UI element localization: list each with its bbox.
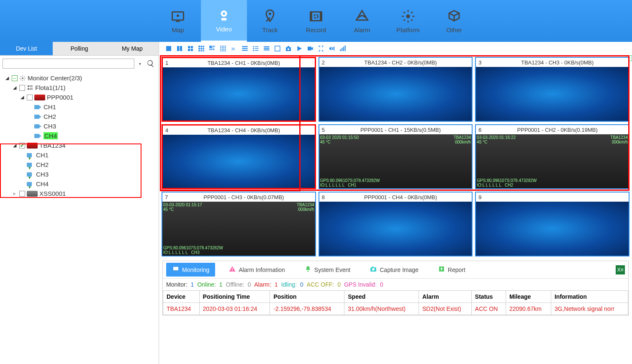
search-dropdown-icon[interactable]: ▾: [136, 62, 144, 66]
expander-icon[interactable]: ▹: [12, 191, 18, 197]
toolbar-audio-icon[interactable]: [328, 45, 336, 54]
bottom-tab-monitoring[interactable]: Monitoring: [166, 263, 215, 277]
checkbox[interactable]: [19, 191, 25, 197]
search-button[interactable]: [145, 58, 156, 69]
camera-icon: [34, 114, 42, 120]
bottom-tab-sysevent[interactable]: System Event: [298, 263, 356, 277]
tile-number: 1: [165, 60, 175, 66]
col-header[interactable]: Status: [471, 291, 506, 303]
tree-root-label[interactable]: Monitor Center(2/3): [28, 74, 82, 82]
toolbar-snapshot-icon[interactable]: [285, 45, 292, 54]
toolbar-play-icon[interactable]: [295, 45, 303, 54]
expander-icon[interactable]: ◢: [12, 85, 18, 91]
video-tile-6[interactable]: 6PPP0001 - CH2 - 0KB/s(0.19MB)03-03-2020…: [475, 124, 629, 189]
col-header[interactable]: Device: [163, 291, 200, 303]
video-placeholder: [319, 67, 472, 121]
vehicle-icon: [27, 191, 38, 197]
nav-map-label: Map: [172, 26, 184, 33]
svg-rect-13: [30, 85, 33, 86]
sidebar-tab-mymap[interactable]: My Map: [106, 42, 159, 55]
video-tile-5[interactable]: 5PPP0001 - CH1 - 15KB/s(0.5MB)03-03 2020…: [319, 124, 473, 189]
export-excel-button[interactable]: X≡: [616, 265, 625, 274]
checkbox[interactable]: [27, 95, 33, 100]
tree-channel-label[interactable]: CH3: [36, 171, 49, 178]
video-footage: 03-03 2020 01:15:50TBA123445 °C000km/hGP…: [319, 134, 472, 188]
search-input[interactable]: [3, 59, 134, 69]
toolbar-bullet-list-icon[interactable]: [252, 45, 259, 54]
camera-icon: [27, 172, 34, 177]
svg-rect-78: [345, 46, 346, 51]
sidebar-tab-devlist[interactable]: Dev List: [0, 42, 53, 55]
svg-rect-27: [203, 46, 204, 47]
col-header[interactable]: Speed: [344, 291, 419, 303]
checkbox[interactable]: [19, 85, 25, 91]
toolbar-rows-view-icon[interactable]: [263, 45, 270, 54]
video-placeholder: [163, 67, 315, 120]
toolbar-border-view-icon[interactable]: [274, 45, 281, 54]
nav-video[interactable]: Video: [201, 0, 247, 42]
col-header[interactable]: Position: [270, 291, 344, 303]
svg-rect-20: [180, 46, 182, 51]
toolbar-layout-36-icon[interactable]: 36: [230, 45, 238, 54]
bell-icon: [304, 265, 312, 274]
expander-icon[interactable]: ◢: [12, 143, 18, 149]
col-header[interactable]: Mileage: [506, 291, 551, 303]
bottom-tab-capture[interactable]: Capture Image: [364, 263, 424, 277]
col-header[interactable]: Information: [551, 291, 628, 303]
toolbar-layout-16-icon[interactable]: [219, 45, 227, 54]
svg-rect-43: [224, 46, 224, 46]
tree-flota-label[interactable]: Flota1(1/1): [35, 84, 66, 91]
video-tile-9[interactable]: 9: [475, 192, 629, 256]
nav-platform[interactable]: Platform: [385, 0, 431, 42]
tree-channel-label[interactable]: CH4: [36, 180, 49, 187]
tree-channel-label[interactable]: CH3: [44, 123, 56, 130]
expander-icon[interactable]: ◢: [19, 95, 25, 100]
nav-track[interactable]: Track: [247, 0, 293, 42]
bottom-tab-report[interactable]: Report: [432, 263, 471, 277]
toolbar-list-view-icon[interactable]: [241, 45, 249, 54]
checkbox[interactable]: ✔: [19, 143, 25, 149]
tree-vehicle-label[interactable]: TBA1234: [39, 142, 66, 149]
toolbar-fullscreen-icon[interactable]: [317, 45, 325, 54]
tree-channel-label[interactable]: CH2: [36, 161, 49, 168]
video-placeholder: [163, 135, 315, 188]
nav-alarm[interactable]: Alarm: [339, 0, 385, 42]
tree-vehicle-label[interactable]: PPP0001: [47, 94, 73, 101]
tree-channel-label[interactable]: CH2: [44, 113, 56, 120]
col-header[interactable]: Positioning Time: [199, 291, 270, 303]
tree-channel-label[interactable]: CH4: [44, 132, 58, 139]
video-tile-4[interactable]: 4TBA1234 - CH4 - 0KB/s(0MB): [162, 124, 316, 189]
toolbar-record-video-icon[interactable]: [306, 45, 314, 54]
tree-channel-label[interactable]: CH1: [44, 103, 56, 110]
sidebar-tab-polling[interactable]: Polling: [53, 42, 105, 55]
toolbar-layout-4-icon[interactable]: [187, 45, 194, 54]
bottom-tab-alarm[interactable]: Alarm Information: [223, 263, 290, 277]
toolbar-signal-icon[interactable]: [339, 45, 347, 54]
alarm-value: 1: [275, 281, 278, 288]
video-tile-8[interactable]: 8PPP0001 - CH4 - 0KB/s(0MB): [319, 192, 473, 256]
toolbar-layout-2-icon[interactable]: [176, 45, 183, 54]
toolbar-layout-9-icon[interactable]: [198, 45, 205, 54]
video-tile-2[interactable]: 2TBA1234 - CH2 - 0KB/s(0MB): [319, 57, 473, 122]
nav-map[interactable]: Map: [155, 0, 201, 42]
monitor-icon: [172, 265, 180, 274]
tree-channel-label[interactable]: CH1: [36, 151, 49, 159]
tile-label: PPP0001 - CH4 - 0KB/s(0MB): [332, 194, 470, 200]
svg-rect-82: [232, 270, 233, 271]
checkbox[interactable]: –: [12, 75, 18, 81]
video-tile-7[interactable]: 7PPP0001 - CH3 - 0KB/s(0.07MB)03-03-2020…: [162, 192, 316, 256]
nav-other[interactable]: Other: [431, 0, 477, 42]
tile-label: TBA1234 - CH1 - 0KB/s(0MB): [175, 60, 312, 66]
tile-label: TBA1234 - CH3 - 0KB/s(0MB): [488, 59, 626, 66]
expander-icon[interactable]: ◢: [4, 75, 10, 81]
table-row[interactable]: TBA12342020-03-03 01:16:24-2.159296,-79.…: [163, 303, 628, 315]
video-tile-3[interactable]: 3TBA1234 - CH3 - 0KB/s(0MB): [475, 57, 629, 122]
toolbar-layout-1-icon[interactable]: [165, 45, 172, 54]
video-tile-1[interactable]: 1TBA1234 - CH1 - 0KB/s(0MB): [162, 57, 316, 122]
video-tile-header: 2TBA1234 - CH2 - 0KB/s(0MB): [319, 58, 472, 67]
col-header[interactable]: Alarm: [419, 291, 471, 303]
nav-record[interactable]: Record: [293, 0, 339, 42]
svg-rect-28: [198, 48, 200, 50]
tree-vehicle-label[interactable]: XSS0001: [39, 190, 66, 197]
toolbar-layout-custom-icon[interactable]: [208, 45, 216, 54]
